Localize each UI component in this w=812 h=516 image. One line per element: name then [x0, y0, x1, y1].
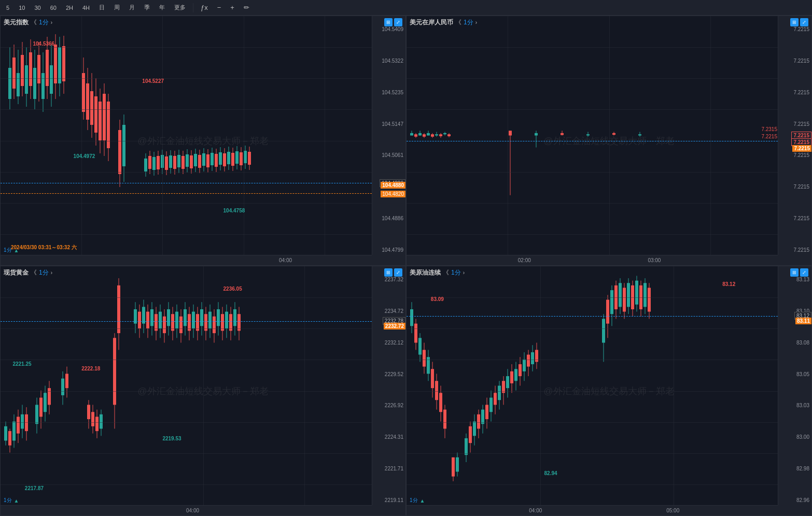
time-tick-tl-0: 04:00 [279, 257, 292, 263]
svg-rect-265 [514, 369, 517, 381]
svg-rect-43 [118, 130, 121, 174]
price-label-current-tl: 104.4880 [381, 182, 405, 189]
candlestick-svg-tl [1, 16, 372, 255]
chart-canvas-bl[interactable] [1, 266, 372, 505]
tf-more[interactable]: 更多 [172, 3, 188, 12]
bottom-bar-bl: 1分 ▲ [1, 496, 372, 505]
svg-rect-135 [12, 422, 16, 441]
chart-arrow-oil: › [463, 270, 465, 276]
tf-week[interactable]: 周 [112, 3, 122, 12]
draw-icon[interactable]: ✏ [242, 3, 251, 12]
bottom-tf-br: 1分 ▲ [410, 497, 425, 504]
annotation-low-br: 82.94 [544, 470, 557, 476]
svg-rect-111 [435, 134, 438, 135]
svg-rect-215 [233, 309, 236, 326]
price-tick-tl-2: 104.5235 [372, 90, 405, 95]
svg-rect-163 [113, 338, 116, 405]
svg-rect-157 [91, 412, 94, 426]
expand-icon-oil[interactable]: ⊞ [790, 268, 799, 277]
chart-canvas-tl[interactable] [1, 16, 372, 255]
svg-rect-103 [418, 133, 422, 136]
chart-title-cny: 美元在岸人民币 [410, 18, 453, 27]
svg-rect-241 [465, 438, 468, 455]
dashed-line-orange-tl [1, 193, 372, 194]
time-axis-tl: 04:00 [1, 255, 372, 265]
svg-rect-93 [240, 152, 243, 165]
price-axis-bl: 2237.32 2234.72 2232.12 2229.52 2226.92 … [372, 266, 405, 505]
annotation-peak-bl: 2222.18 [81, 366, 100, 371]
svg-rect-63 [177, 155, 180, 167]
svg-rect-109 [431, 134, 434, 137]
svg-rect-117 [447, 134, 451, 136]
svg-rect-159 [95, 417, 99, 431]
price-tick-br-2: 83.08 [778, 340, 811, 346]
svg-rect-71 [194, 154, 197, 166]
annotation-start-bl: 2221.25 [12, 361, 31, 367]
svg-rect-101 [414, 134, 417, 137]
svg-rect-45 [122, 125, 125, 166]
chart-usdcny: 美元在岸人民币 《 1分 › ⊞ ⤢ @外汇金油短线交易大师－郑老 7.2215… [406, 16, 812, 266]
chart-usd-index: 美元指数 《 1分 › ⊞ ⤢ @外汇金油短线交易大师－郑老 104.5366 … [0, 16, 406, 266]
tf-quarter[interactable]: 季 [142, 3, 152, 12]
svg-rect-293 [635, 281, 638, 305]
right-label-cny: 7.2315 [761, 126, 777, 132]
svg-rect-21 [50, 65, 53, 94]
svg-rect-49 [148, 156, 151, 169]
expand-btn-gold[interactable]: ⊞ ⤢ [384, 268, 402, 277]
price-tick-bl-5: 2224.31 [372, 434, 405, 440]
svg-rect-165 [117, 285, 120, 333]
time-tick-tr-1: 03:00 [648, 257, 661, 263]
svg-rect-1 [8, 68, 11, 99]
zoom-out-icon[interactable]: − [215, 3, 223, 12]
svg-rect-59 [169, 155, 172, 168]
tf-year[interactable]: 年 [157, 3, 167, 12]
price-tick-tl-6: 104.4886 [372, 216, 405, 221]
expand-btn-oil[interactable]: ⊞ ⤢ [790, 268, 808, 277]
fullscreen-icon-cny[interactable]: ⤢ [800, 18, 808, 26]
tf-2h[interactable]: 2H [64, 4, 75, 12]
price-tick-br-3: 83.05 [778, 371, 811, 377]
tf-60[interactable]: 60 [48, 4, 59, 12]
fullscreen-icon-usd[interactable]: ⤢ [394, 18, 402, 26]
expand-btn-cny[interactable]: ⊞ ⤢ [790, 18, 808, 26]
tf-5[interactable]: 5 [4, 4, 11, 12]
chart-tf-usd: 1分 [39, 18, 49, 27]
svg-rect-89 [231, 153, 234, 166]
chart-arrow-cny: › [475, 20, 477, 25]
time-axis-bl: 04:00 [1, 505, 372, 515]
corner-bl [372, 505, 405, 515]
chart-gold: 现货黄金 《 1分 › ⊞ ⤢ @外汇金油短线交易大师－郑老 2236.05 2… [0, 266, 406, 516]
fullscreen-icon-gold[interactable]: ⤢ [394, 268, 402, 277]
tf-month[interactable]: 月 [127, 3, 137, 12]
svg-rect-95 [244, 151, 247, 163]
svg-rect-255 [494, 393, 497, 405]
candlestick-svg-tr [407, 16, 778, 255]
toolbar: 5 10 30 60 2H 4H 日 周 月 季 年 更多 ƒx − + ✏ [0, 0, 812, 16]
svg-rect-245 [473, 422, 476, 436]
expand-icon-gold[interactable]: ⊞ [384, 268, 393, 277]
expand-icon-cny[interactable]: ⊞ [790, 18, 799, 26]
tf-10[interactable]: 10 [17, 4, 27, 12]
svg-rect-181 [163, 317, 166, 333]
formula-icon[interactable]: ƒx [199, 3, 210, 12]
svg-rect-175 [150, 309, 153, 326]
zoom-in-icon[interactable]: + [228, 3, 236, 12]
tf-4h[interactable]: 4H [80, 4, 92, 12]
expand-icon-usd[interactable]: ⊞ [384, 18, 393, 26]
svg-rect-75 [202, 153, 205, 166]
price-tick-br-0: 83.13 [778, 277, 811, 282]
svg-rect-5 [17, 73, 20, 96]
svg-rect-145 [39, 398, 43, 417]
chart-canvas-br[interactable] [407, 266, 778, 505]
chart-title-usd: 美元指数 [4, 18, 29, 27]
svg-rect-207 [217, 309, 220, 326]
time-tick-bl-0: 04:00 [186, 508, 199, 513]
tf-day[interactable]: 日 [97, 3, 107, 12]
chart-canvas-tr[interactable] [407, 16, 778, 255]
annotation-low-bl: 2217.87 [25, 485, 44, 491]
dashed-line-blue-br [407, 316, 778, 317]
expand-btn-usd[interactable]: ⊞ ⤢ [384, 18, 402, 26]
fullscreen-icon-oil[interactable]: ⤢ [800, 268, 808, 277]
svg-rect-257 [498, 386, 501, 400]
tf-30[interactable]: 30 [32, 4, 43, 12]
